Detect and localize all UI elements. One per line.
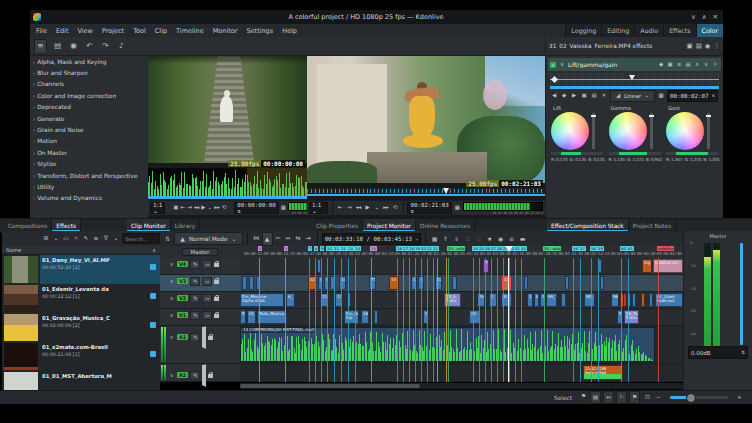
menu-item-edit[interactable]: Edit [56, 27, 69, 35]
fx-category-utility[interactable]: ›Utility [30, 181, 148, 192]
maximize-button[interactable]: ∧ [702, 14, 707, 21]
marker-flag-icon[interactable]: ⚑ [629, 391, 640, 404]
track-edit-icon[interactable]: ✎ [190, 311, 200, 320]
filter-caret[interactable]: ⌄ [112, 236, 120, 242]
track-lock-icon[interactable] [214, 297, 219, 301]
track-lane-v1[interactable]: Em01_Toda_MusicaEm_SeAlp162025099_ToTran… [240, 309, 683, 326]
copy-effects-icon[interactable]: ▣ [687, 43, 693, 50]
track-collapse-icon[interactable]: ∨ [168, 313, 175, 318]
track-collapse-icon[interactable]: ∨ [168, 262, 175, 267]
timeline-horizontal-scrollbar[interactable] [240, 383, 683, 389]
track-header-v4[interactable]: ∨V4✎▭ [160, 258, 240, 275]
fx-category-channels[interactable]: ›Channels [30, 79, 148, 90]
cm-loop-zone-icon[interactable]: ⟲ [222, 205, 227, 211]
project-ruler-playhead[interactable] [443, 188, 449, 194]
timeline-clip[interactable] [452, 276, 457, 290]
timeline-clip[interactable] [561, 293, 566, 307]
track-lock-icon[interactable] [214, 314, 219, 318]
snap-icon[interactable]: ↔ [603, 391, 614, 404]
timeline-clip[interactable] [600, 276, 604, 290]
timeline-playhead[interactable] [508, 258, 509, 382]
fx-category-transform-distort-and-perspective[interactable]: ›Transform, Distort and Perspective [30, 170, 148, 181]
extract-zone-icon[interactable]: ⇓ [452, 233, 461, 245]
timeline-marker-61[interactable]: 61 [627, 246, 634, 251]
redo-icon[interactable]: ↷ [100, 40, 111, 53]
thumbnails-icon[interactable]: ▤ [590, 391, 601, 404]
track-target-tag[interactable]: V4 [177, 261, 188, 267]
fx-category-color-and-image-correction[interactable]: ›Color and Image correction [30, 90, 148, 101]
timeline-marker-12[interactable]: 12 [340, 246, 347, 251]
timeline-zoom-slider[interactable] [670, 396, 728, 399]
timeline-marker-15[interactable]: 15 [370, 246, 377, 251]
lift-value-slider[interactable] [551, 152, 603, 155]
pm-zoom-select[interactable]: 1:1 ⌄ [309, 202, 328, 214]
timeline-clip[interactable] [524, 276, 528, 290]
razor-tool-icon[interactable]: ✂ [274, 232, 283, 244]
timeline-clip-11-42-com[interactable]: 11:42 COMFade in/fad [583, 365, 623, 380]
pm-timecode[interactable]: 00:02:21:03 ⇅ [407, 202, 451, 214]
mix-clips-icon[interactable]: ⋈ [252, 232, 261, 244]
minimize-button[interactable]: ∨ [691, 14, 696, 21]
selection-tool-icon[interactable]: ▲ [262, 232, 273, 246]
fx-category-stylize[interactable]: ›Stylize [30, 159, 148, 170]
pm-play-icon[interactable]: ▶ [364, 205, 371, 211]
cm-timecode[interactable]: 00:00:00:00 ⇅ [234, 202, 278, 214]
fx-category-volume-and-dynamics[interactable]: ›Volume and Dynamics [30, 193, 148, 204]
timeline-marker-32[interactable]: 32 [520, 246, 527, 251]
track-collapse-icon[interactable]: ∨ [168, 279, 175, 284]
edit-mode-select[interactable]: ▲ Normal Mode ⌄ [174, 232, 243, 245]
track-header-a1[interactable]: ∨A1✎ [160, 326, 240, 364]
bin-item-01-dany-hey-vi-al-mp[interactable]: 01_Dany_Hey_Vi_Al.MP00:00:52:20 [2] [2, 255, 160, 284]
project-monitor-ruler[interactable] [307, 188, 545, 196]
keyframe-ruler[interactable] [550, 73, 719, 85]
fade-flag-icon[interactable]: ⚐ [616, 391, 627, 404]
fx-category-on-master[interactable]: ›On Master [30, 147, 148, 158]
fx-category-blur-and-sharpen[interactable]: ›Blur and Sharpen [30, 67, 148, 78]
timeline-clip-em-movime[interactable]: Em_MovimeAlpha strob [240, 293, 284, 307]
timeline-marker-9[interactable]: 9 [320, 246, 324, 251]
keyframe-playhead[interactable] [629, 75, 635, 80]
bin-search-input[interactable]: Search... [122, 233, 160, 244]
keyframe-diamond[interactable] [551, 75, 558, 82]
pm-zone-out-icon[interactable]: ⇥ [346, 205, 353, 211]
compare-icon[interactable]: ◉ [705, 43, 711, 50]
workspace-tab-color[interactable]: Color [696, 24, 723, 37]
timeline-clip-96[interactable]: 96 [611, 293, 619, 307]
effect-enabled-checkbox[interactable]: ✓ [550, 62, 556, 68]
menu-item-tool[interactable]: Tool [133, 27, 146, 35]
keyframe-grid-icon[interactable]: ▦ [657, 93, 665, 99]
track-lock-icon[interactable] [214, 263, 219, 267]
add-clip-icon[interactable]: ⊞ [42, 236, 50, 242]
timeline-clip-99-to[interactable]: 99_To [546, 293, 557, 307]
track-edit-icon[interactable]: ✎ [190, 333, 200, 342]
lift-wheel[interactable] [551, 112, 589, 150]
cm-rewind-icon[interactable]: ◂◂ [194, 205, 200, 211]
slip-tool-icon[interactable]: ⇆ [294, 232, 303, 244]
bin-item-01-01-mst-abertura-m[interactable]: 01_01_MST_Abertura_M [2, 371, 160, 390]
fx-category-generate[interactable]: ›Generate [30, 113, 148, 124]
keyframe-timecode[interactable]: 00:00:02:07 ⇅ [667, 90, 718, 102]
cm-forward-icon[interactable]: ▸▸ [214, 205, 220, 211]
track-hide-icon[interactable]: ▭ [202, 260, 212, 269]
menu-item-file[interactable]: File [36, 27, 47, 35]
timeline-clip-em[interactable]: Em [240, 310, 246, 324]
track-hide-icon[interactable]: ▭ [202, 311, 212, 320]
gain-value-slider[interactable] [666, 152, 718, 155]
timeline-clip-61-quelr[interactable]: 61_QuelrFade-out [655, 293, 683, 307]
track-edit-icon[interactable]: ✎ [190, 277, 200, 286]
gamma-level-slider[interactable] [650, 113, 653, 149]
timeline-marker-23-solo[interactable]: 23 - solo [447, 246, 465, 251]
gamma-value-slider[interactable] [609, 152, 661, 155]
insert-zone-icon[interactable]: ⇑ [441, 233, 450, 245]
fx-category-deprecated[interactable]: ›Deprecated [30, 102, 148, 113]
timeline-clip[interactable] [374, 310, 378, 324]
track-hide-icon[interactable]: ▭ [202, 277, 212, 286]
timeline-marker-22[interactable]: 22 [432, 246, 439, 251]
effect-row-lift-gamma-gain[interactable]: ✓ ∨ Lift/gamma/gain ◆▣≡▤∧∨✕ [548, 58, 721, 71]
add-keyframe-icon[interactable]: ◆ [560, 93, 568, 99]
gamma-wheel[interactable] [609, 112, 647, 150]
workspace-tab-editing[interactable]: Editing [601, 24, 634, 37]
timeline-marker-59[interactable]: 59 [597, 246, 604, 251]
menu-item-monitor[interactable]: Monitor [213, 27, 238, 35]
options-icon[interactable]: ⋮ [714, 43, 721, 50]
